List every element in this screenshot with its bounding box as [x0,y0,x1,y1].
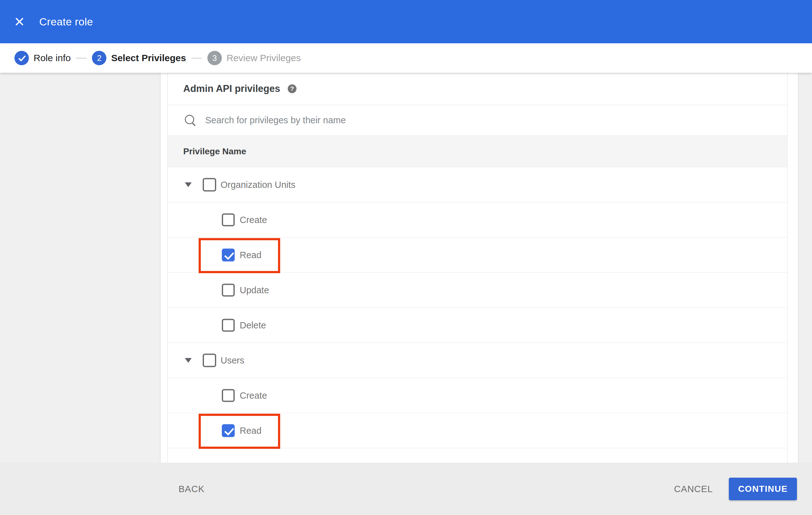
close-button[interactable] [12,15,26,29]
delete-checkbox[interactable] [222,319,235,332]
step-3-circle: 3 [207,51,222,65]
organization-units-checkbox[interactable] [203,178,216,191]
privilege-label[interactable]: Create [240,215,267,225]
privilege-label[interactable]: Update [240,285,269,295]
users-checkbox[interactable] [203,354,216,367]
continue-button[interactable]: CONTINUE [729,478,797,500]
privilege-label[interactable]: Create [240,390,267,400]
help-icon[interactable]: ? [288,84,296,93]
scrollbar-track[interactable] [788,73,798,463]
table-row-partial [168,448,787,463]
privilege-group-row: Users [168,342,787,377]
privilege-table-body: Organization UnitsCreateReadUpdateDelete… [168,167,787,448]
annotation-highlight-box [199,238,280,273]
step-role-info[interactable]: Role info [14,51,70,65]
step-3-label: Review Privileges [227,53,301,63]
appbar: Create role [0,0,812,43]
section-title: Admin API privileges [183,83,280,94]
privilege-row: Create [168,202,787,237]
table-header: Privilege Name [168,135,787,167]
cancel-button[interactable]: CANCEL [674,484,713,494]
update-checkbox[interactable] [222,283,235,296]
privilege-label[interactable]: Users [221,355,244,365]
read-checkbox[interactable] [222,248,235,261]
privilege-row: Read [168,413,787,448]
step-1-label: Role info [34,53,70,63]
table-header-label: Privilege Name [183,147,246,156]
privilege-group-row: Organization Units [168,167,787,202]
privilege-label[interactable]: Read [240,250,261,260]
content-panel: Admin API privileges ? Privilege Name Or… [161,73,798,463]
privilege-row: Create [168,377,787,413]
dialog-title: Create role [39,16,93,28]
heading-row: Admin API privileges ? [168,73,787,105]
search-row [168,105,787,135]
create-role-dialog: Create role Role info 2 Select Privilege… [0,0,812,515]
checkmark-icon [19,54,26,61]
step-connector [192,58,202,59]
step-2-circle: 2 [92,51,106,65]
step-review-privileges[interactable]: 3 Review Privileges [207,51,301,65]
privilege-row: Read [168,237,787,272]
search-input[interactable] [205,115,676,125]
privilege-label[interactable]: Delete [240,320,266,330]
step-connector [76,58,87,59]
annotation-highlight-box [199,414,280,449]
stepper: Role info 2 Select Privileges 3 Review P… [0,43,812,73]
step-2-label: Select Privileges [111,53,186,63]
privilege-row: Delete [168,307,787,342]
step-1-circle [14,51,29,65]
privilege-row: Update [168,272,787,307]
privilege-label[interactable]: Read [240,425,261,436]
read-checkbox[interactable] [222,424,235,437]
privilege-table: Admin API privileges ? Privilege Name Or… [167,73,787,463]
back-button[interactable]: BACK [178,484,205,494]
footer-bar: BACK CANCEL CONTINUE [0,463,812,515]
step-select-privileges[interactable]: 2 Select Privileges [92,51,186,65]
expander-triangle-icon[interactable] [185,358,192,363]
search-icon [184,114,197,127]
create-checkbox[interactable] [222,213,235,226]
privilege-label[interactable]: Organization Units [221,179,295,190]
expander-triangle-icon[interactable] [185,182,192,187]
create-checkbox[interactable] [222,389,235,402]
